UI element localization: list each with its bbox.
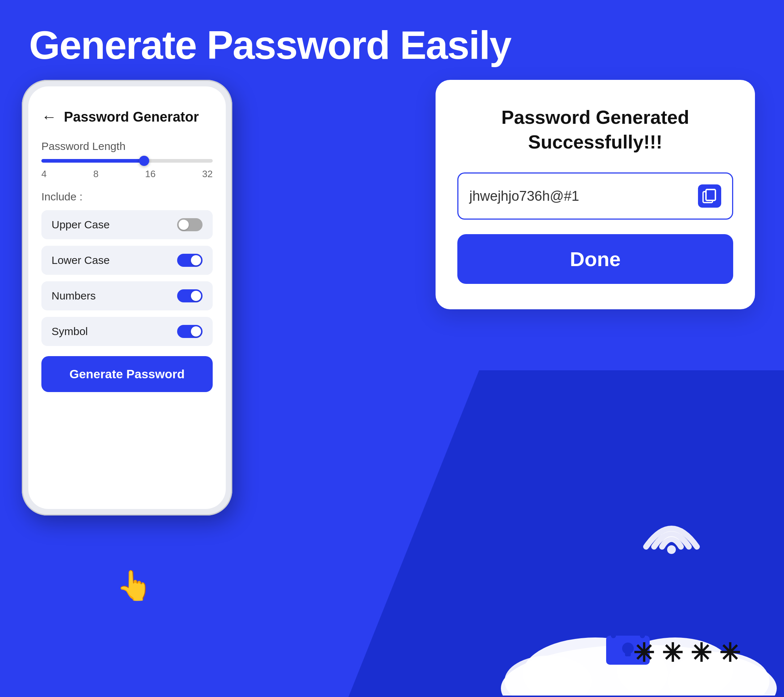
svg-rect-2	[706, 189, 715, 200]
phone-mockup: ← Password Generator Password Length 4 8…	[22, 80, 232, 617]
success-card: Password GeneratedSuccessfully!!! jhwejh…	[436, 80, 755, 309]
password-length-label: Password Length	[41, 140, 213, 152]
toggle-label-lowercase: Lower Case	[51, 254, 110, 267]
toggle-label-numbers: Numbers	[51, 290, 96, 302]
star-1: ✳	[633, 638, 654, 668]
toggle-label-uppercase: Upper Case	[51, 219, 110, 231]
generate-password-button[interactable]: Generate Password	[41, 356, 213, 392]
stars-decoration: ✳ ✳ ✳ ✳	[633, 638, 740, 668]
star-2: ✳	[662, 638, 683, 668]
generated-password: jhwejhjo736h@#1	[469, 188, 579, 204]
svg-rect-12	[625, 648, 631, 656]
slider-thumb[interactable]	[139, 156, 149, 166]
toggle-item-numbers: Numbers	[41, 281, 213, 310]
toggle-item-uppercase: Upper Case	[41, 210, 213, 239]
svg-point-4	[667, 545, 676, 554]
done-button[interactable]: Done	[457, 234, 733, 284]
toggle-numbers[interactable]	[177, 289, 203, 302]
slider-track	[41, 159, 213, 163]
toggle-knob-uppercase	[179, 220, 189, 230]
phone-screen: ← Password Generator Password Length 4 8…	[28, 86, 226, 509]
back-arrow-icon[interactable]: ←	[41, 108, 57, 125]
toggle-knob-lowercase	[191, 255, 201, 265]
phone-header: ← Password Generator	[41, 108, 213, 125]
slider-label-32: 32	[202, 168, 213, 180]
slider-label-16: 16	[145, 168, 156, 180]
phone-screen-title: Password Generator	[64, 109, 199, 125]
password-field: jhwejhjo736h@#1	[457, 173, 733, 220]
toggle-symbol[interactable]	[177, 325, 203, 338]
star-4: ✳	[719, 638, 740, 668]
page-title: Generate Password Easily	[29, 22, 511, 68]
slider-labels: 4 8 16 32	[41, 168, 213, 180]
star-3: ✳	[690, 638, 712, 668]
toggle-label-symbol: Symbol	[51, 325, 88, 338]
wifi-decoration	[639, 507, 704, 559]
toggle-item-symbol: Symbol	[41, 317, 213, 346]
toggle-lowercase[interactable]	[177, 254, 203, 267]
toggle-knob-numbers	[191, 291, 201, 301]
password-length-slider-container[interactable]	[41, 159, 213, 163]
success-title: Password GeneratedSuccessfully!!!	[457, 105, 733, 154]
toggle-knob-symbol	[191, 326, 201, 336]
slider-fill	[41, 159, 148, 163]
toggle-item-lowercase: Lower Case	[41, 246, 213, 275]
include-label: Include :	[41, 191, 213, 203]
slider-label-4: 4	[41, 168, 46, 180]
copy-icon[interactable]	[698, 185, 721, 208]
finger-pointer-icon: 👆	[116, 568, 152, 603]
phone-outer: ← Password Generator Password Length 4 8…	[22, 80, 232, 516]
slider-label-8: 8	[93, 168, 98, 180]
toggle-uppercase[interactable]	[177, 218, 203, 231]
